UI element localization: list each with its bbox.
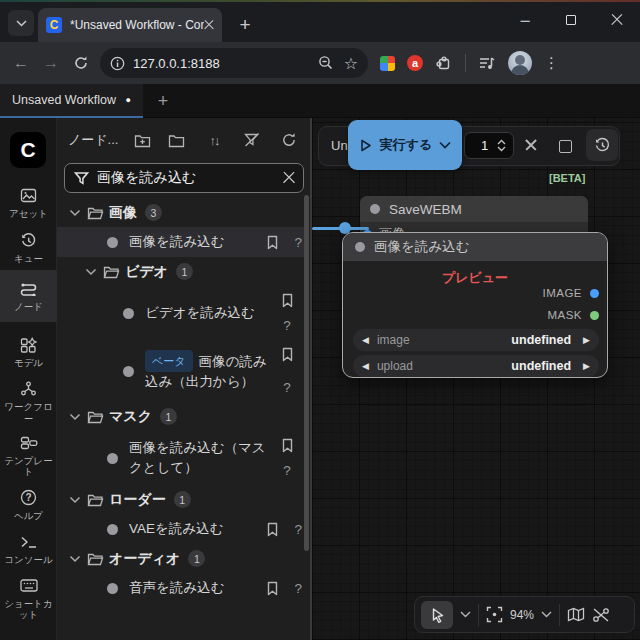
node-search-input[interactable]: 画像を読み込む [64,163,304,193]
sort-icon[interactable]: ↑↓ [201,127,227,153]
playlist-extension-icon[interactable] [478,55,496,71]
workflow-tab-active[interactable]: Unsaved Workflow ● [0,84,143,118]
row-actions: ? [242,581,302,596]
widget-upload-combo[interactable]: ◀ upload undefined ▶ [353,355,599,377]
panel-scrollbar[interactable] [304,195,309,551]
cursor-tool-button[interactable] [421,601,453,629]
stepper-arrows[interactable] [497,139,506,152]
sidebar-item-assets[interactable]: アセット [0,180,57,226]
help-icon[interactable]: ? [294,235,302,250]
bookmark-star-icon[interactable]: ☆ [344,54,358,73]
chevron-down-icon[interactable] [69,555,87,563]
output-slot-mask[interactable]: MASK [547,309,599,321]
bookmark-icon[interactable] [281,347,294,362]
zoom-out-icon[interactable] [318,55,334,71]
browser-tab[interactable]: C *Unsaved Workflow - ComfyUI [38,8,222,42]
sidebar-item-nodes[interactable]: ノード [0,270,57,322]
forward-icon[interactable]: → [36,54,66,72]
url-bar[interactable]: 127.0.0.1:8188 ☆ [100,48,368,78]
filter-toggle-icon[interactable] [239,127,265,153]
clear-queue-button[interactable] [518,132,544,158]
site-info-icon[interactable] [110,56,125,71]
tree-folder-0[interactable]: 画像3 [57,198,308,227]
close-tab-icon[interactable] [204,20,214,30]
tree-node-3[interactable]: ビデオを読み込む? [57,286,308,340]
tree-node-4[interactable]: ベータ画像の読み込み（出力から）? [57,340,308,402]
bookmark-icon[interactable] [266,522,279,537]
chevron-down-icon[interactable] [69,496,87,504]
help-icon[interactable]: ? [294,522,302,537]
chevron-down-icon[interactable] [85,268,103,276]
minimap-icon[interactable] [567,607,585,622]
help-icon[interactable]: ? [283,318,291,333]
chevron-down-icon[interactable] [541,611,552,618]
batch-count-stepper[interactable]: 1 [464,132,514,159]
fit-view-icon[interactable] [486,606,503,623]
sidebar-item-label: テンプレート [3,455,55,478]
sidebar-item-shortcuts[interactable]: ショートカット [0,571,57,626]
node-load-image[interactable]: 画像を読み込む プレビュー IMAGE MASK ◀ image undefin… [342,232,608,378]
output-port-icon[interactable] [590,311,599,320]
tree-folder-9[interactable]: オーディオ1 [57,544,308,573]
arrow-left-icon[interactable]: ◀ [362,362,369,371]
history-button[interactable] [586,129,618,161]
arrow-right-icon[interactable]: ▶ [583,336,590,345]
clear-search-icon[interactable] [283,172,296,185]
window-maximize-button[interactable] [548,0,594,40]
sidebar-item-queue[interactable]: キュー [0,226,57,270]
browser-menu-icon[interactable]: ⋮ [544,54,559,72]
chevron-down-icon[interactable] [69,413,87,421]
node-title-bar[interactable]: SaveWEBM [360,196,588,222]
collapse-dot-icon[interactable] [370,204,380,214]
tab-search-button[interactable] [8,10,34,36]
collapse-dot-icon[interactable] [355,242,365,252]
extensions-puzzle-icon[interactable] [435,54,453,72]
node-tree: 画像3画像を読み込む?ビデオ1ビデオを読み込む?ベータ画像の読み込み（出力から）… [57,198,308,603]
chevron-down-icon[interactable] [460,611,471,618]
window-minimize-button[interactable]: ─ [502,0,548,40]
new-folder-icon[interactable] [129,127,155,153]
bookmark-icon[interactable] [281,293,294,308]
bookmark-icon[interactable] [266,235,279,250]
back-icon[interactable]: ← [6,54,36,72]
red-extension-icon[interactable]: a [407,55,423,71]
node-title-bar[interactable]: 画像を読み込む [343,233,607,261]
output-slot-image[interactable]: IMAGE [542,287,599,299]
folder-icon[interactable] [163,127,189,153]
help-icon[interactable]: ? [283,463,291,478]
google-extension-icon[interactable] [380,56,395,71]
stop-button[interactable] [552,135,578,157]
refresh-icon[interactable] [276,127,302,153]
run-button[interactable]: 実行する [348,120,462,170]
arrow-left-icon[interactable]: ◀ [362,336,369,345]
widget-image-combo[interactable]: ◀ image undefined ▶ [353,329,599,351]
toggle-links-icon[interactable] [592,607,610,623]
sidebar-item-templates[interactable]: テンプレート [0,428,57,483]
sidebar-item-console[interactable]: コンソール [0,527,57,571]
graph-canvas[interactable]: Un 1 実行する [BETA] SaveWEBM [312,118,640,640]
zoom-level[interactable]: 94% [510,608,534,622]
tree-node-6[interactable]: 画像を読み込む（マスクとして）? [57,431,308,485]
profile-avatar[interactable] [508,51,532,75]
tree-folder-2[interactable]: ビデオ1 [57,257,308,286]
sidebar-item-models[interactable]: モデル [0,328,57,376]
tree-folder-7[interactable]: ローダー1 [57,485,308,514]
chevron-down-icon[interactable] [69,209,87,217]
new-workflow-tab-button[interactable]: + [150,88,176,114]
sidebar-item-workflows[interactable]: ワークフロー [0,376,57,428]
bookmark-icon[interactable] [266,581,279,596]
arrow-right-icon[interactable]: ▶ [583,362,590,371]
sidebar-item-help[interactable]: ?ヘルプ [0,483,57,527]
tree-folder-5[interactable]: マスク1 [57,402,308,431]
bookmark-icon[interactable] [281,438,294,453]
output-port-icon[interactable] [590,289,599,298]
tree-node-8[interactable]: VAEを読み込む? [57,514,308,544]
sidebar-item-label: キュー [3,253,55,264]
help-icon[interactable]: ? [283,380,291,395]
new-browser-tab-button[interactable]: + [232,12,258,38]
tree-node-1[interactable]: 画像を読み込む? [57,227,308,257]
help-icon[interactable]: ? [294,581,302,596]
tree-node-10[interactable]: 音声を読み込む? [57,573,308,603]
reload-icon[interactable] [66,55,96,71]
window-close-button[interactable] [594,0,640,40]
